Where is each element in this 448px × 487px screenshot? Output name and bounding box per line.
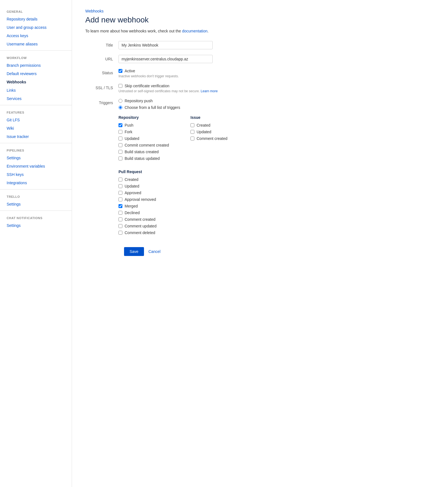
ssl-skip-label: Skip certificate verification xyxy=(125,84,169,88)
pr-item-pr-updated: Updated xyxy=(119,184,308,188)
sidebar-item-access-keys[interactable]: Access keys xyxy=(0,32,72,40)
title-field xyxy=(119,41,308,49)
sidebar-item-wiki[interactable]: Wiki xyxy=(0,124,72,132)
url-field xyxy=(119,55,308,63)
issue-created-checkbox[interactable] xyxy=(190,123,194,127)
title-row: Title xyxy=(85,41,308,49)
pr-approval-removed-checkbox[interactable] xyxy=(119,198,122,201)
repo-updated-checkbox[interactable] xyxy=(119,137,122,140)
pr-item-pr-comment-created: Comment created xyxy=(119,217,308,222)
repo-push-checkbox[interactable] xyxy=(119,123,122,127)
issue-updated-checkbox[interactable] xyxy=(190,130,194,134)
status-field: Active Inactive webhooks don't trigger r… xyxy=(119,69,308,78)
pull-request-section: Pull Request CreatedUpdatedApprovedAppro… xyxy=(119,170,308,235)
pr-item-pr-created: Created xyxy=(119,177,308,182)
pr-merged-label: Merged xyxy=(125,204,138,208)
repo-build-created-checkbox[interactable] xyxy=(119,150,122,154)
url-row: URL xyxy=(85,55,308,63)
save-button[interactable]: Save xyxy=(124,247,144,256)
ssl-label: SSL / TLS xyxy=(85,84,119,90)
status-label: Status xyxy=(85,69,119,75)
sidebar-item-chat-settings[interactable]: Settings xyxy=(0,221,72,230)
pr-approved-label: Approved xyxy=(125,191,141,195)
sidebar: GENERALRepository detailsUser and group … xyxy=(0,0,72,487)
intro-text: To learn more about how webhooks work, c… xyxy=(85,29,308,33)
pr-approval-removed-label: Approval removed xyxy=(125,197,156,202)
status-active-checkbox[interactable] xyxy=(119,69,122,73)
pr-merged-checkbox[interactable] xyxy=(119,204,122,208)
sidebar-item-environment-variables[interactable]: Environment variables xyxy=(0,162,72,170)
pr-created-checkbox[interactable] xyxy=(119,178,122,181)
repo-commit-comment-checkbox[interactable] xyxy=(119,143,122,147)
repo-updated-label: Updated xyxy=(125,136,139,141)
documentation-link[interactable]: documentation xyxy=(182,29,207,33)
sidebar-section-label-3: PIPELINES xyxy=(0,145,72,154)
sidebar-item-user-group-access[interactable]: User and group access xyxy=(0,23,72,32)
pr-approved-checkbox[interactable] xyxy=(119,191,122,195)
sidebar-item-issue-tracker[interactable]: Issue tracker xyxy=(0,132,72,141)
pr-item-pr-approved: Approved xyxy=(119,191,308,195)
sidebar-item-pipelines-settings[interactable]: Settings xyxy=(0,154,72,162)
cancel-button[interactable]: Cancel xyxy=(148,247,161,256)
repo-build-updated-checkbox[interactable] xyxy=(119,157,122,160)
trigger-full-list-radio[interactable] xyxy=(119,106,122,109)
sidebar-item-trello-settings[interactable]: Settings xyxy=(0,200,72,208)
sidebar-divider-4 xyxy=(0,211,72,211)
repo-item-repo-build-updated: Build status updated xyxy=(119,156,174,161)
status-hint: Inactive webhooks don't trigger requests… xyxy=(119,74,308,78)
main-content: Webhooks Add new webhook To learn more a… xyxy=(72,0,321,487)
triggers-row: Triggers Repository push Choose from a f… xyxy=(85,99,308,237)
repo-fork-checkbox[interactable] xyxy=(119,130,122,134)
trigger-full-list-label: Choose from a full list of triggers xyxy=(125,105,180,110)
issue-trigger-col: Issue CreatedUpdatedComment created xyxy=(190,115,246,163)
sidebar-section-chat-notifications: CHAT NOTIFICATIONSSettings xyxy=(0,213,72,230)
status-row: Status Active Inactive webhooks don't tr… xyxy=(85,69,308,78)
sidebar-item-services[interactable]: Services xyxy=(0,94,72,103)
sidebar-item-repository-details[interactable]: Repository details xyxy=(0,15,72,23)
sidebar-item-branch-permissions[interactable]: Branch permissions xyxy=(0,61,72,70)
ssl-skip-checkbox[interactable] xyxy=(119,84,122,88)
triggers-field: Repository push Choose from a full list … xyxy=(119,99,308,237)
sidebar-item-git-lfs[interactable]: Git LFS xyxy=(0,116,72,124)
sidebar-item-username-aliases[interactable]: Username aliases xyxy=(0,40,72,48)
issue-comment-label: Comment created xyxy=(197,136,227,141)
pr-item-pr-comment-deleted: Comment deleted xyxy=(119,230,308,235)
sidebar-section-label-5: CHAT NOTIFICATIONS xyxy=(0,213,72,221)
repo-item-repo-push: Push xyxy=(119,123,174,127)
repo-item-repo-updated: Updated xyxy=(119,136,174,141)
sidebar-item-integrations[interactable]: Integrations xyxy=(0,179,72,187)
title-label: Title xyxy=(85,41,119,47)
pr-declined-label: Declined xyxy=(125,211,140,215)
sidebar-item-webhooks[interactable]: Webhooks xyxy=(0,78,72,86)
trigger-repo-push-radio[interactable] xyxy=(119,99,122,103)
triggers-label: Triggers xyxy=(85,99,119,105)
repo-item-repo-build-created: Build status created xyxy=(119,150,174,154)
sidebar-item-ssh-keys[interactable]: SSH keys xyxy=(0,170,72,179)
pr-comment-created-label: Comment created xyxy=(125,217,155,222)
pr-item-pr-merged: Merged xyxy=(119,204,308,208)
trigger-repo-push-label: Repository push xyxy=(125,99,153,103)
sidebar-section-trello: TRELLOSettings xyxy=(0,192,72,208)
url-label: URL xyxy=(85,55,119,61)
pr-comment-created-checkbox[interactable] xyxy=(119,217,122,221)
trigger-grid: Repository PushForkUpdatedCommit comment… xyxy=(119,115,308,163)
title-input[interactable] xyxy=(119,41,213,49)
repo-push-label: Push xyxy=(125,123,133,127)
issue-comment-checkbox[interactable] xyxy=(190,137,194,140)
pr-comment-updated-checkbox[interactable] xyxy=(119,224,122,228)
sidebar-section-label-1: WORKFLOW xyxy=(0,53,72,61)
url-input[interactable] xyxy=(119,55,213,63)
pr-comment-updated-label: Comment updated xyxy=(125,224,156,228)
breadcrumb[interactable]: Webhooks xyxy=(85,9,308,13)
pr-comment-deleted-label: Comment deleted xyxy=(125,230,155,235)
pr-updated-checkbox[interactable] xyxy=(119,184,122,188)
sidebar-item-default-reviewers[interactable]: Default reviewers xyxy=(0,70,72,78)
pr-comment-deleted-checkbox[interactable] xyxy=(119,231,122,235)
sidebar-section-label-2: FEATURES xyxy=(0,107,72,116)
sidebar-divider-3 xyxy=(0,189,72,189)
sidebar-item-links[interactable]: Links xyxy=(0,86,72,94)
ssl-learn-more-link[interactable]: Learn more xyxy=(201,89,218,93)
repo-build-created-label: Build status created xyxy=(125,150,159,154)
ssl-hint: Untrusted or self-signed certificates ma… xyxy=(119,89,308,93)
pr-declined-checkbox[interactable] xyxy=(119,211,122,215)
